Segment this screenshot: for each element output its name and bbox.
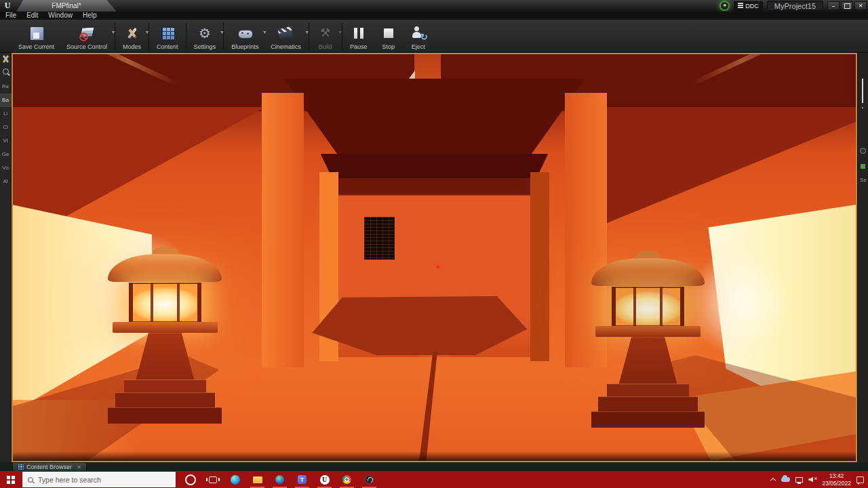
floppy-icon [28, 24, 45, 42]
content-browser-tab[interactable]: Content Browser [12, 462, 87, 471]
clapperboard-icon [277, 24, 294, 42]
main-area: Re Ba Li Ci Vi Ge Vo Al [0, 53, 868, 462]
lantern-base-step [598, 396, 698, 411]
lantern-roof [591, 258, 705, 286]
teams-icon[interactable]: T [291, 471, 313, 488]
scene-gate-pillar-left [262, 93, 304, 367]
action-center-icon[interactable] [856, 476, 864, 483]
search-input[interactable] [38, 476, 170, 484]
task-view-icon[interactable] [201, 471, 224, 488]
obs-glyph [365, 475, 374, 484]
chevron-down-icon[interactable] [306, 29, 309, 35]
minimize-button[interactable] [827, 1, 840, 10]
green-status-square [861, 164, 865, 169]
clock-time: 13:42 [822, 472, 851, 480]
start-button[interactable] [0, 471, 22, 488]
content-grid-icon [159, 24, 176, 42]
level-tab-label: FMPfinal* [52, 2, 81, 9]
toolbar-separator [309, 22, 309, 49]
blueprints-button[interactable]: Blueprints [225, 20, 264, 52]
scene-slatted-window [364, 217, 395, 260]
cinematics-button[interactable]: Cinematics [264, 20, 307, 52]
maximize-button[interactable] [841, 1, 853, 10]
source-control-button[interactable]: Source Control [60, 20, 113, 52]
lantern-base-step [115, 392, 216, 407]
lantern-shelf [595, 326, 700, 337]
ddc-button[interactable]: DDC [734, 1, 763, 11]
globe-app-icon[interactable] [269, 471, 291, 488]
scroll-dot [862, 107, 863, 108]
save-current-button[interactable]: Save Current [12, 20, 60, 52]
taskbar-apps: T U [179, 471, 380, 488]
lantern-frame [612, 287, 684, 327]
place-category-basic[interactable]: Ba [0, 94, 12, 107]
pause-button[interactable]: Pause [344, 20, 374, 52]
chrome-icon[interactable] [336, 471, 358, 488]
cortana-icon[interactable] [179, 471, 201, 488]
gamepad-icon [236, 24, 254, 42]
level-tab[interactable]: FMPfinal* [16, 0, 117, 12]
network-icon[interactable] [795, 477, 803, 483]
close-tab-icon[interactable] [77, 464, 81, 470]
place-category-visual[interactable]: Vi [0, 134, 12, 148]
place-category-recent[interactable]: Re [0, 80, 12, 94]
file-explorer-icon[interactable] [246, 471, 269, 488]
chevron-down-icon[interactable] [112, 29, 115, 35]
lantern-pedestal [616, 337, 680, 384]
bottom-tab-bar: Content Browser [0, 462, 868, 471]
onedrive-cloud-icon[interactable] [781, 477, 790, 482]
close-button[interactable] [854, 1, 867, 10]
lantern-pedestal [133, 333, 197, 380]
search-icon[interactable] [1, 67, 10, 77]
taskbar-clock[interactable]: 13:42 23/05/2022 [822, 472, 851, 487]
menu-file[interactable]: File [5, 12, 16, 20]
clock-date: 23/05/2022 [822, 480, 851, 487]
place-category-cinematic[interactable]: Ci [0, 121, 12, 134]
volume-muted-icon[interactable] [808, 476, 816, 483]
place-category-geometry[interactable]: Ge [0, 148, 12, 161]
status-ring-icon [719, 1, 730, 11]
chevron-down-icon[interactable] [146, 29, 149, 35]
unreal-logo-icon: U [0, 0, 15, 12]
menu-help[interactable]: Help [83, 12, 97, 20]
settings-button[interactable]: ⚙ Settings [188, 20, 222, 52]
eject-person-icon [410, 24, 427, 42]
panel-circle-icon [860, 148, 866, 154]
stop-button[interactable]: Stop [374, 20, 403, 52]
title-bar: U FMPfinal* DDC MyProject15 [0, 0, 868, 12]
place-category-lights[interactable]: Li [0, 107, 12, 121]
place-category-allclasses[interactable]: Al [0, 175, 12, 188]
chevron-down-icon [339, 29, 342, 35]
obs-studio-icon[interactable] [358, 471, 380, 488]
modes-tool-icon[interactable] [1, 54, 10, 64]
hammer-icon: ⚒ [317, 24, 334, 42]
toolbar-separator [223, 22, 224, 49]
eject-button[interactable]: Eject [403, 20, 433, 52]
hidden-icons-caret[interactable] [770, 477, 776, 483]
lantern-base-step [124, 380, 206, 392]
ddc-server-icon [738, 3, 743, 9]
content-button[interactable]: Content [151, 20, 184, 52]
window-controls [827, 1, 867, 10]
source-control-icon [78, 24, 96, 42]
game-viewport[interactable] [12, 53, 857, 462]
unreal-engine-icon[interactable]: U [313, 471, 336, 488]
wrench-pencil-icon [123, 24, 141, 42]
menu-window[interactable]: Window [48, 12, 73, 20]
project-name-badge: MyProject15 [767, 1, 823, 11]
scene-stone-lantern-right [591, 247, 705, 430]
place-category-volumes[interactable]: Vo [0, 161, 12, 175]
chevron-down-icon[interactable] [220, 29, 223, 35]
collapsed-tab-label[interactable]: Se [858, 177, 868, 183]
modes-button[interactable]: Modes [117, 20, 147, 52]
lantern-shelf [113, 322, 217, 333]
content-browser-icon [18, 464, 24, 470]
menu-edit[interactable]: Edit [26, 12, 38, 20]
scrollbar[interactable] [862, 79, 863, 103]
lantern-base-step [607, 384, 689, 396]
right-panel-collapsed: Se [857, 53, 868, 462]
taskbar-search[interactable] [22, 471, 176, 488]
edge-icon[interactable] [224, 471, 246, 488]
unreal-glyph: U [320, 475, 330, 485]
pause-icon [350, 24, 368, 42]
